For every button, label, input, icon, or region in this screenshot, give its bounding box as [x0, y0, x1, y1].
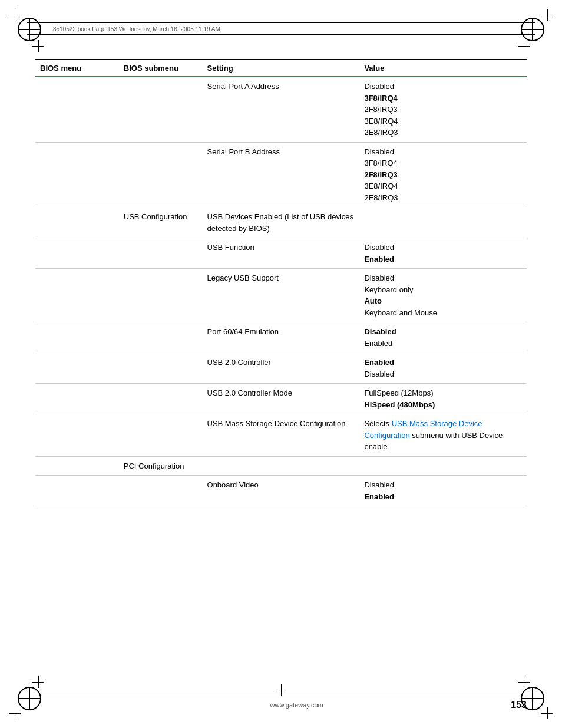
main-content: BIOS menu BIOS submenu Setting Value Ser…	[35, 59, 527, 675]
setting-cell: USB Function	[203, 238, 360, 269]
value-cell: Disabled Enabled	[359, 322, 527, 353]
setting-cell: USB 2.0 Controller	[203, 353, 360, 384]
header-bar: 8510522.book Page 153 Wednesday, March 1…	[27, 22, 535, 35]
submenu-cell: USB Configuration	[119, 207, 203, 238]
submenu-cell	[119, 414, 203, 457]
menu-cell	[35, 322, 119, 353]
setting-cell: Legacy USB Support	[203, 269, 360, 322]
value-cell: Disabled 3F8/IRQ4 2F8/IRQ3 3E8/IRQ4 2E8/…	[359, 142, 527, 207]
col-header-submenu: BIOS submenu	[119, 60, 203, 77]
menu-cell	[35, 353, 119, 384]
table-row: Port 60/64 Emulation Disabled Enabled	[35, 322, 527, 353]
table-row: Serial Port B Address Disabled 3F8/IRQ4 …	[35, 142, 527, 207]
table-row: PCI Configuration	[35, 456, 527, 476]
submenu-cell	[119, 238, 203, 269]
submenu-cell	[119, 353, 203, 384]
menu-cell	[35, 476, 119, 506]
bios-settings-table: BIOS menu BIOS submenu Setting Value Ser…	[35, 59, 527, 506]
submenu-cell	[119, 384, 203, 414]
value-cell: FullSpeed (12Mbps) HiSpeed (480Mbps)	[359, 384, 527, 414]
menu-cell	[35, 456, 119, 476]
submenu-cell	[119, 476, 203, 506]
value-cell: Disabled 3F8/IRQ4 2F8/IRQ3 3E8/IRQ4 2E8/…	[359, 77, 527, 142]
menu-cell	[35, 77, 119, 142]
setting-cell: USB Mass Storage Device Configuration	[203, 414, 360, 457]
table-row: USB Function Disabled Enabled	[35, 238, 527, 269]
menu-cell	[35, 207, 119, 238]
table-row: Legacy USB Support Disabled Keyboard onl…	[35, 269, 527, 322]
value-cell	[359, 207, 527, 238]
setting-cell: USB 2.0 Controller Mode	[203, 384, 360, 414]
value-cell: Disabled Keyboard only Auto Keyboard and…	[359, 269, 527, 322]
submenu-cell	[119, 269, 203, 322]
submenu-cell	[119, 142, 203, 207]
header-text: 8510522.book Page 153 Wednesday, March 1…	[27, 26, 220, 32]
table-row: USB 2.0 Controller Enabled Disabled	[35, 353, 527, 384]
menu-cell	[35, 269, 119, 322]
submenu-cell: PCI Configuration	[119, 456, 203, 476]
setting-cell: USB Devices Enabled (List of USB devices…	[203, 207, 360, 238]
setting-cell: Serial Port B Address	[203, 142, 360, 207]
value-cell: Disabled Enabled	[359, 238, 527, 269]
col-header-value: Value	[359, 60, 527, 77]
setting-cell: Port 60/64 Emulation	[203, 322, 360, 353]
menu-cell	[35, 414, 119, 457]
setting-cell: Onboard Video	[203, 476, 360, 506]
col-header-menu: BIOS menu	[35, 60, 119, 77]
col-header-setting: Setting	[203, 60, 360, 77]
value-cell: Selects USB Mass Storage Device Configur…	[359, 414, 527, 457]
table-row: USB Configuration USB Devices Enabled (L…	[35, 207, 527, 238]
table-row: USB Mass Storage Device Configuration Se…	[35, 414, 527, 457]
menu-cell	[35, 142, 119, 207]
menu-cell	[35, 384, 119, 414]
value-cell	[359, 456, 527, 476]
inner-cross-bl	[32, 676, 44, 688]
setting-cell	[203, 456, 360, 476]
inner-cross-tl	[32, 40, 44, 52]
submenu-cell	[119, 77, 203, 142]
page-footer: www.gateway.com 153	[35, 696, 527, 710]
usb-storage-link: USB Mass Storage Device Configuration	[364, 419, 482, 440]
submenu-cell	[119, 322, 203, 353]
page-number: 153	[511, 700, 527, 710]
bottom-center-cross	[275, 684, 287, 696]
value-cell: Disabled Enabled	[359, 476, 527, 506]
menu-cell	[35, 238, 119, 269]
inner-cross-tr	[518, 40, 530, 52]
table-row: Onboard Video Disabled Enabled	[35, 476, 527, 506]
setting-cell: Serial Port A Address	[203, 77, 360, 142]
table-row: Serial Port A Address Disabled 3F8/IRQ4 …	[35, 77, 527, 142]
footer-url: www.gateway.com	[82, 701, 511, 709]
table-row: USB 2.0 Controller Mode FullSpeed (12Mbp…	[35, 384, 527, 414]
inner-cross-br	[518, 676, 530, 688]
value-cell: Enabled Disabled	[359, 353, 527, 384]
